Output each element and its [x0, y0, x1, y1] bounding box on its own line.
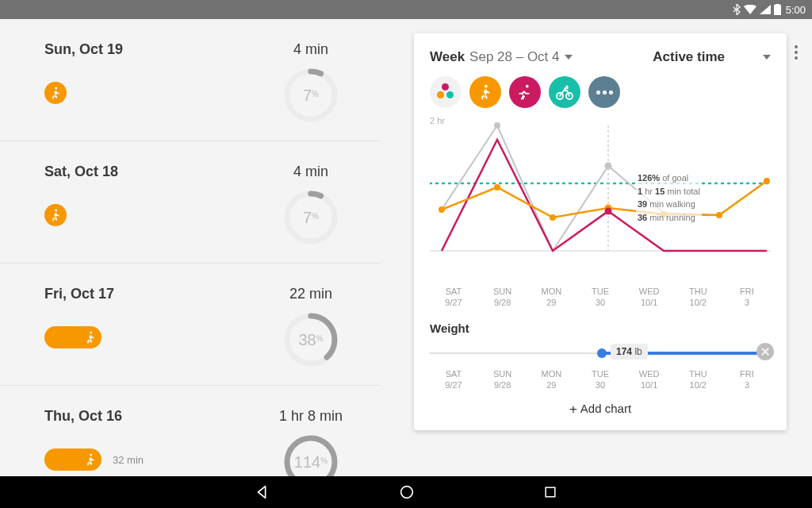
chevron-down-icon	[565, 55, 573, 60]
progress-ring: 7%	[282, 66, 340, 125]
svg-point-16	[565, 85, 568, 87]
x-tick: SAT9/27	[431, 286, 476, 309]
back-button[interactable]	[254, 483, 271, 501]
day-total: 4 min	[263, 41, 358, 58]
x-tick: MON29	[529, 368, 573, 391]
remove-weight-chart-button[interactable]	[756, 343, 774, 360]
battery-icon	[774, 4, 781, 15]
svg-point-9	[90, 454, 92, 456]
more-horizontal-icon	[596, 90, 613, 94]
x-tick: SUN9/28	[481, 368, 525, 391]
day-total: 1 hr 8 min	[263, 408, 358, 425]
x-tick: WED10/1	[627, 286, 672, 309]
weight-chart[interactable]: 174 lb	[430, 341, 771, 365]
day-total: 4 min	[263, 164, 358, 180]
activity-type-chips	[430, 76, 771, 108]
walking-icon	[83, 330, 98, 344]
day-row[interactable]: Sat, Oct 18 4 min 7%	[0, 141, 381, 264]
x-tick: SAT9/27	[431, 368, 476, 391]
chip-walking[interactable]	[469, 76, 501, 108]
x-tick: SUN9/28	[481, 286, 525, 309]
svg-rect-31	[546, 487, 555, 497]
walking-icon	[477, 83, 494, 101]
weight-chart-section: Weight 174 lb SAT9/27SUN9/28MON29TUE30WE…	[430, 321, 771, 391]
x-tick: WED10/1	[627, 368, 672, 391]
date-range-select[interactable]: Week Sep 28 – Oct 4	[430, 49, 573, 65]
day-row[interactable]: Fri, Oct 17 22 min 38%	[0, 264, 381, 386]
weight-value-badge: 174 lb	[611, 344, 648, 360]
x-tick: THU10/2	[676, 368, 720, 391]
svg-point-27	[716, 212, 722, 218]
day-date: Thu, Oct 16	[44, 408, 144, 425]
svg-point-6	[90, 332, 92, 334]
chip-cycling[interactable]	[549, 76, 580, 108]
overflow-menu-button[interactable]	[787, 43, 806, 62]
svg-point-22	[605, 208, 612, 215]
running-icon	[516, 83, 534, 101]
x-tick: FRI3	[725, 368, 769, 391]
svg-point-3	[55, 210, 57, 212]
walking-icon	[48, 208, 63, 222]
activity-pill-walk	[44, 448, 102, 471]
x-tick: THU10/2	[676, 286, 720, 309]
chevron-down-icon	[763, 55, 771, 60]
clock: 5:00	[786, 4, 806, 16]
active-time-chart[interactable]: 2 hr	[430, 116, 771, 283]
bluetooth-icon	[733, 4, 741, 15]
day-row[interactable]: Sun, Oct 19 4 min 7%	[0, 19, 381, 141]
svg-point-24	[494, 184, 500, 190]
recents-button[interactable]	[542, 484, 558, 500]
chip-running[interactable]	[509, 76, 541, 108]
chart-x-axis: SAT9/27SUN9/28MON29TUE30WED10/1THU10/2FR…	[430, 286, 771, 309]
svg-point-28	[764, 178, 770, 184]
weight-data-point	[597, 348, 607, 358]
x-tick: FRI3	[725, 286, 769, 309]
svg-point-20	[605, 163, 612, 170]
plus-icon: +	[569, 402, 577, 417]
day-date: Sun, Oct 19	[44, 41, 123, 58]
cell-signal-icon	[760, 5, 771, 14]
x-tick: TUE30	[578, 286, 622, 309]
chip-more-activities[interactable]	[588, 76, 620, 108]
svg-point-30	[401, 487, 413, 498]
add-chart-button[interactable]: +Add chart	[430, 391, 771, 419]
day-date: Sat, Oct 18	[44, 164, 118, 180]
wifi-icon	[744, 5, 756, 14]
chart-tooltip: 126% of goal 1 hr 15 min total 39 min wa…	[636, 170, 702, 225]
svg-point-23	[439, 206, 445, 213]
svg-point-25	[550, 214, 556, 221]
metric-select[interactable]: Active time	[653, 49, 771, 65]
progress-ring: 38%	[282, 310, 340, 369]
activity-pill-walk	[44, 326, 102, 348]
activity-detail-card: Week Sep 28 – Oct 4 Active time	[414, 33, 787, 430]
activity-pill-walk	[44, 204, 67, 226]
android-nav-bar	[0, 476, 812, 508]
day-date: Fri, Oct 17	[44, 286, 114, 302]
x-tick: TUE30	[578, 368, 622, 391]
svg-point-13	[526, 85, 529, 88]
activity-pill-walk	[44, 82, 67, 104]
weight-x-axis: SAT9/27SUN9/28MON29TUE30WED10/1THU10/2FR…	[430, 368, 771, 391]
daily-summary-list: Sun, Oct 19 4 min 7% Sat, Oct 18	[0, 19, 381, 476]
weight-title: Weight	[430, 321, 469, 335]
android-status-bar: 5:00	[0, 0, 812, 19]
svg-point-29	[494, 122, 500, 129]
svg-point-0	[55, 87, 57, 90]
walking-icon	[83, 452, 98, 467]
cycling-icon	[555, 83, 574, 102]
progress-ring: 7%	[282, 188, 340, 247]
chip-all-activities[interactable]	[430, 76, 462, 108]
svg-point-12	[485, 85, 488, 88]
app-root: Sun, Oct 19 4 min 7% Sat, Oct 18	[0, 19, 812, 476]
x-tick: MON29	[529, 286, 573, 309]
activity-extra-label: 32 min	[113, 454, 144, 466]
walking-icon	[48, 86, 63, 100]
home-button[interactable]	[398, 483, 416, 501]
day-total: 22 min	[263, 286, 358, 302]
